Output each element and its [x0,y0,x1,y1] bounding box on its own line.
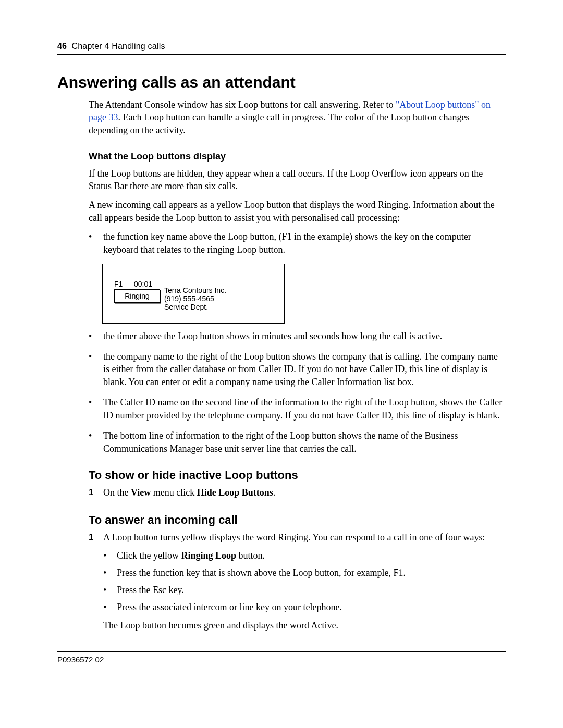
intro-post: . Each Loop button can handle a single c… [89,112,469,135]
bullet-function-key: the function key name above the Loop but… [89,230,506,256]
loop-figure: F1 00:01 Ringing Terra Contours Inc. (91… [102,264,506,324]
step-answer-main: A Loop button turns yellow displays the … [103,532,485,542]
loop-function-key: F1 [114,280,123,288]
subsection-show-hide: To show or hide inactive Loop buttons [89,468,506,482]
loop-p2: A new incoming call appears as a yellow … [89,199,506,224]
step-answer-1: A Loop button turns yellow displays the … [89,531,506,633]
bullet-timer: the timer above the Loop button shows in… [89,330,506,343]
subsection-what-loop: What the Loop buttons display [89,151,506,162]
inner-Fkey: Press the function key that is shown abo… [103,566,506,579]
step-hide-loop: On the View menu click Hide Loop Buttons… [89,486,506,499]
loop-p1: If the Loop buttons are hidden, they app… [89,167,506,193]
doc-id: P0936572 02 [57,655,104,664]
running-head: 46 Chapter 4 Handling calls [57,42,506,55]
chapter-label: Chapter 4 Handling calls [72,42,165,51]
steps-show-hide: On the View menu click Hide Loop Buttons… [89,486,506,499]
intro-paragraph: The Attendant Console window has six Loo… [89,98,506,137]
loop-timer: 00:01 [134,280,152,288]
bullet-callerid: The Caller ID name on the second line of… [89,396,506,422]
loop-panel: F1 00:01 Ringing Terra Contours Inc. (91… [102,264,285,324]
page-number: 46 [57,42,67,51]
subsection-answer: To answer an incoming call [89,513,506,527]
loop-bullets-rest: the timer above the Loop button shows in… [89,330,506,455]
loop-caller-info: Terra Contours Inc. (919) 555-4565 Servi… [164,286,226,311]
loop-bullets-top: the function key name above the Loop but… [89,230,506,256]
loop-ringing-button[interactable]: Ringing [114,289,160,303]
loop-info-line3: Service Dept. [164,303,208,311]
section-heading: Answering calls as an attendant [57,73,506,91]
steps-answer: A Loop button turns yellow displays the … [89,531,506,633]
answer-innerlist: Click the yellow Ringing Loop button. Pr… [103,549,506,614]
bullet-bottomline: The bottom line of information to the ri… [89,429,506,455]
inner-line: Press the associated intercom or line ke… [103,601,506,614]
intro-pre: The Attendant Console window has six Loo… [89,100,396,110]
bullet-company: the company name to the right of the Loo… [89,350,506,389]
page: 46 Chapter 4 Handling calls Answering ca… [0,0,563,685]
footer: P0936572 02 [57,651,506,664]
inner-click-ringing: Click the yellow Ringing Loop button. [103,549,506,562]
inner-esc: Press the Esc key. [103,584,506,597]
loop-info-line2: (919) 555-4565 [164,294,214,303]
answer-result: The Loop button becomes green and displa… [103,619,506,632]
loop-info-line1: Terra Contours Inc. [164,286,226,294]
